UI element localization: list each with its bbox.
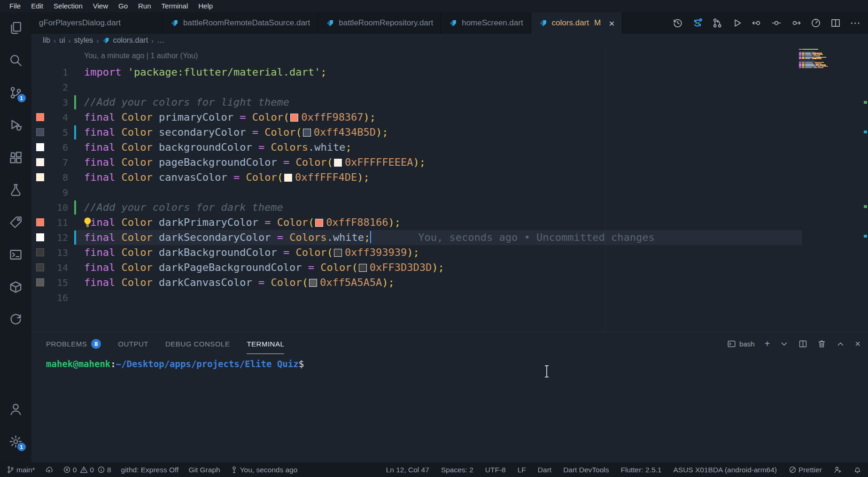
profiler-gauge-icon[interactable] — [810, 18, 821, 29]
code-line-15[interactable]: 15final Color darkCanvasColor = Color(0x… — [31, 275, 868, 290]
status-problems-summary[interactable]: 008 — [63, 466, 111, 474]
status-githd-status[interactable]: githd: Express Off — [121, 466, 179, 474]
status-encoding[interactable]: UTF-8 — [485, 466, 506, 474]
terminal-content[interactable]: mahek@mahenk:~/Desktop/apps/projects/Eli… — [31, 355, 868, 369]
gutter-color-swatch[interactable] — [36, 278, 44, 286]
code-line-3[interactable]: 3//Add your colors for light theme — [31, 95, 868, 110]
inline-color-swatch[interactable] — [284, 174, 292, 182]
code-line-11[interactable]: 11final Color darkPrimaryColor = Color(0… — [31, 215, 868, 230]
menu-item-terminal[interactable]: Terminal — [156, 0, 194, 12]
menu-item-selection[interactable]: Selection — [48, 0, 88, 12]
status-indentation[interactable]: Spaces: 2 — [441, 466, 473, 474]
tab-colors.dart[interactable]: colors.dartM× — [531, 12, 623, 34]
code-line-6[interactable]: 6final Color backgroundColor = Colors.wh… — [31, 140, 868, 155]
run-icon[interactable] — [731, 18, 742, 29]
panel-tab-terminal[interactable]: TERMINAL — [247, 340, 284, 348]
tab-gForPlayersDialog.dart[interactable]: gForPlayersDialog.dart — [31, 12, 163, 34]
activity-item-explorer[interactable] — [5, 16, 27, 39]
status-eol[interactable]: LF — [518, 466, 526, 474]
breadcrumb-item[interactable]: … — [157, 36, 164, 45]
code-editor[interactable]: You, a minute ago | 1 author (You) 1impo… — [31, 47, 868, 332]
menu-item-file[interactable]: File — [4, 0, 26, 12]
activity-item-settings[interactable]: 1 — [5, 430, 27, 453]
gutter-color-swatch[interactable] — [36, 143, 44, 151]
minimap[interactable] — [799, 49, 834, 70]
gutter-color-swatch[interactable] — [36, 218, 44, 226]
activity-item-package-explorer[interactable] — [5, 276, 27, 298]
code-line-2[interactable]: 2 — [31, 80, 868, 95]
activity-item-search[interactable] — [5, 49, 27, 71]
status-gitlens-blame[interactable]: You, seconds ago — [230, 466, 298, 474]
code-line-13[interactable]: 13final Color darkBackgroundColor = Colo… — [31, 245, 868, 260]
status-prettier[interactable]: Prettier — [789, 466, 822, 474]
menu-item-run[interactable]: Run — [133, 0, 156, 12]
inline-color-swatch[interactable] — [334, 159, 342, 167]
status-dart-devtools[interactable]: Dart DevTools — [563, 466, 609, 474]
gutter-color-swatch[interactable] — [36, 128, 44, 136]
step-back-icon[interactable] — [751, 18, 762, 29]
lightbulb-icon[interactable] — [82, 216, 93, 228]
git-graph-icon[interactable] — [712, 18, 722, 29]
terminal-dropdown-icon[interactable] — [780, 339, 789, 348]
panel-tab-output[interactable]: OUTPUT — [118, 340, 148, 348]
status-cursor-position[interactable]: Ln 12, Col 47 — [386, 466, 429, 474]
breadcrumb-item[interactable]: lib — [43, 36, 50, 45]
menu-item-help[interactable]: Help — [193, 0, 218, 12]
gutter-color-swatch[interactable] — [36, 158, 44, 166]
sync-icon[interactable] — [692, 18, 703, 29]
gutter-color-swatch[interactable] — [36, 173, 44, 181]
code-line-16[interactable]: 16 — [31, 290, 868, 305]
codelens-annotation[interactable]: You, a minute ago | 1 author (You) — [84, 52, 198, 60]
split-editor-icon[interactable] — [830, 18, 841, 29]
gutter-color-swatch[interactable] — [36, 113, 44, 121]
maximize-panel-icon[interactable] — [836, 339, 845, 348]
code-line-12[interactable]: 12final Color darkSecondaryColor = Color… — [31, 230, 868, 245]
activity-item-accounts[interactable] — [5, 398, 27, 420]
close-tab-icon[interactable]: × — [609, 18, 614, 28]
status-git-branch[interactable]: main* — [7, 466, 35, 474]
code-line-4[interactable]: 4final Color primaryColor = Color(0xffF9… — [31, 110, 868, 125]
more-actions-icon[interactable]: ⋯ — [850, 18, 860, 29]
gutter-color-swatch[interactable] — [36, 233, 44, 241]
activity-item-terminal-view[interactable] — [5, 243, 27, 266]
status-notifications[interactable] — [853, 466, 861, 474]
inline-color-swatch[interactable] — [290, 114, 298, 122]
activity-item-extensions[interactable] — [5, 146, 27, 169]
code-line-8[interactable]: 8final Color canvasColor = Color(0xffFFF… — [31, 170, 868, 185]
gutter-color-swatch[interactable] — [36, 248, 44, 256]
code-line-14[interactable]: 14final Color darkPageBackgroundColor = … — [31, 260, 868, 275]
status-feedback[interactable] — [834, 466, 842, 474]
breadcrumb-item[interactable]: colors.dart — [102, 36, 148, 45]
activity-item-refresh-tool[interactable] — [5, 308, 27, 331]
code-line-5[interactable]: 5final Color secondaryColor = Color(0xff… — [31, 125, 868, 140]
inline-color-swatch[interactable] — [334, 249, 342, 257]
status-language-mode[interactable]: Dart — [538, 466, 551, 474]
inline-color-swatch[interactable] — [315, 219, 323, 227]
panel-tab-problems[interactable]: PROBLEMS8 — [46, 339, 101, 349]
code-line-1[interactable]: 1import 'package:flutter/material.dart'; — [31, 65, 868, 80]
inline-color-swatch[interactable] — [303, 129, 311, 137]
menu-item-view[interactable]: View — [88, 0, 113, 12]
step-forward-icon[interactable] — [790, 18, 801, 29]
breadcrumb-item[interactable]: styles — [74, 36, 93, 45]
code-line-7[interactable]: 7final Color pageBackgroundColor = Color… — [31, 155, 868, 170]
tab-battleRoomRepository.dart[interactable]: battleRoomRepository.dart — [318, 12, 441, 34]
tab-battleRoomRemoteDataSource.dart[interactable]: battleRoomRemoteDataSource.dart — [163, 12, 318, 34]
menu-item-go[interactable]: Go — [113, 0, 133, 12]
shell-selector[interactable]: bash — [727, 339, 755, 348]
breadcrumb[interactable]: lib›ui›styles›colors.dart›… — [31, 34, 868, 47]
code-line-10[interactable]: 10//Add your colors for dark theme — [31, 200, 868, 215]
tab-homeScreen.dart[interactable]: homeScreen.dart — [441, 12, 531, 34]
activity-item-run-and-debug[interactable] — [5, 114, 27, 136]
activity-item-testing[interactable] — [5, 178, 27, 201]
activity-item-source-control[interactable]: 1 — [5, 81, 27, 104]
history-icon[interactable] — [672, 18, 683, 29]
breakpoint-circle-icon[interactable] — [771, 18, 782, 29]
new-terminal-icon[interactable]: + — [765, 339, 770, 348]
code-line-9[interactable]: 9 — [31, 185, 868, 200]
activity-item-tags[interactable] — [5, 211, 27, 233]
split-terminal-icon[interactable] — [798, 339, 807, 348]
status-publish-changes[interactable] — [45, 466, 53, 474]
kill-terminal-icon[interactable] — [817, 339, 826, 348]
menu-item-edit[interactable]: Edit — [26, 0, 48, 12]
